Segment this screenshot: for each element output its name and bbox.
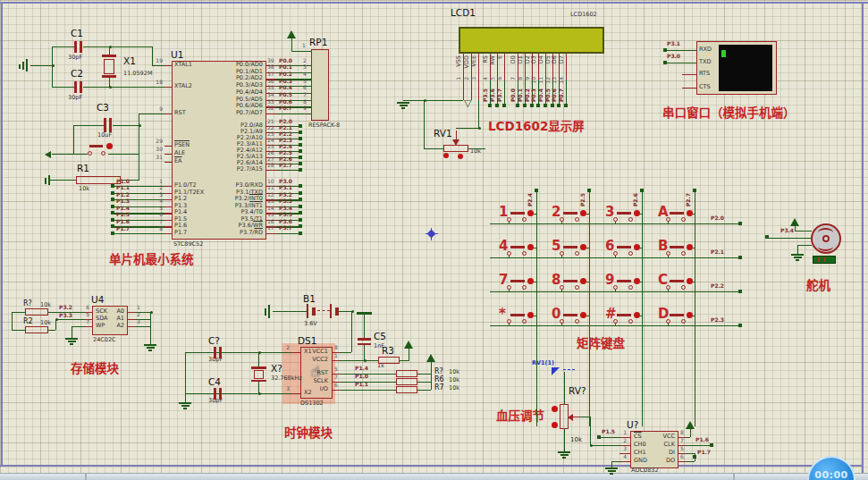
lcd-ref-label: LCD1 [451,8,476,19]
ground-icon [144,344,156,346]
pin-label: VEE [471,55,477,67]
net-label-p30: P3.0 [667,54,680,60]
wire [73,125,74,155]
pullup-r-body[interactable] [396,370,417,377]
pin-number: 7 [150,219,163,225]
storage-ra-body[interactable] [25,308,48,316]
net-terminal [640,189,644,192]
wire [340,360,364,361]
r1-body[interactable] [76,176,121,184]
wire [564,429,565,451]
pin-label: P0.3 [531,88,537,102]
button-bar-icon [670,212,684,215]
pin-number: 39 [267,58,274,64]
wire [108,154,139,155]
wire [797,245,798,254]
junction-dot [364,359,367,362]
ground-icon [68,341,76,342]
wire [52,46,53,88]
capacitor-plate [330,304,332,318]
keypad-button-1[interactable]: 1 [499,204,538,225]
keypad-button-6[interactable]: 6 [605,238,645,259]
reset-button-bar[interactable] [89,145,103,147]
pin-number: 28 [267,163,274,169]
net-terminal [738,324,742,327]
pin-number: 15 [267,212,274,218]
rp1-pin-number: 6 [303,85,307,91]
wire [586,214,589,215]
capacitor-plate [74,41,77,53]
pullup-r6-body[interactable] [396,378,417,385]
pin-name: XTAL1 [174,62,192,68]
keypad-button-2[interactable]: 2 [552,204,591,225]
pullup-r7-body[interactable] [396,386,417,393]
wire [164,193,172,194]
wire [333,360,340,361]
keypad-button-C[interactable]: C [658,272,697,293]
wire [561,222,562,223]
wire [566,54,567,80]
crystal-x1-body[interactable] [104,59,114,74]
terminal-screen[interactable] [719,45,772,91]
keypad-button-*[interactable]: * [499,306,538,327]
pin-name: PSEN [174,142,190,148]
wire [615,290,616,291]
wire [258,352,259,366]
rv1-pot-body[interactable] [443,145,468,152]
pin-number: 37 [267,72,274,78]
serial-module-title: 串口窗口（模拟手机端） [662,106,796,120]
lcd-display[interactable] [459,27,604,54]
button-bar-icon [510,212,525,215]
wire [85,326,92,327]
ground-icon [148,349,152,351]
storage-r2-body[interactable] [25,326,48,333]
net-terminal [299,149,302,153]
keypad-button-9[interactable]: 9 [605,272,645,293]
rp1-pin-number: 7 [303,92,307,98]
ground-icon [794,257,802,258]
wire [615,222,616,223]
keypad-button-B[interactable]: B [658,238,697,259]
r1-ref-label: R1 [77,164,89,174]
r3-body[interactable] [378,357,400,364]
keypad-button-8[interactable]: 8 [552,272,591,293]
horizontal-scrollbar[interactable] [0,473,868,480]
keypad-button-#[interactable]: # [605,306,645,327]
power-arrow-icon [426,354,435,362]
pin-label: 2 [464,77,470,80]
button-bar-icon [563,280,577,282]
recording-timer-overlay[interactable]: 00:00 [807,456,855,480]
wire [417,390,431,391]
crystal-xt-body[interactable] [254,370,264,379]
keypad-button-3[interactable]: 3 [605,204,645,225]
button-contact [687,312,693,318]
wire [682,88,696,88]
keypad-button-7[interactable]: 7 [499,272,538,293]
keypad-button-4[interactable]: 4 [499,238,538,259]
schematic-canvas[interactable]: U1 STC89C52 单片机最小系统 C1 30pF C2 30pF X1 1… [0,0,868,480]
wire [424,100,425,148]
net-label: P3.7 [279,225,292,232]
pin-number: 6 [680,454,684,460]
keypad-button-5[interactable]: 5 [552,238,591,259]
wire [504,54,505,80]
keypad-button-A[interactable]: A [658,204,697,225]
wire [128,312,135,313]
ground-icon [268,305,270,318]
keypad-button-D[interactable]: D [658,306,697,327]
net-terminal [111,191,114,195]
wire [509,256,510,257]
rp1-respack-body[interactable] [311,49,329,121]
battery-dash [317,310,330,311]
ground-icon [608,470,616,472]
pin-name: GND [634,458,647,464]
keypad-button-0[interactable]: 0 [552,306,591,327]
ground-icon [22,62,24,70]
button-terminal [575,319,579,324]
net-terminal [111,232,114,235]
ground-icon [401,107,405,109]
pin-number: 8 [334,345,338,351]
pin-label: P3.6 [490,88,496,102]
net-terminal [530,104,534,107]
button-contact [580,244,586,250]
